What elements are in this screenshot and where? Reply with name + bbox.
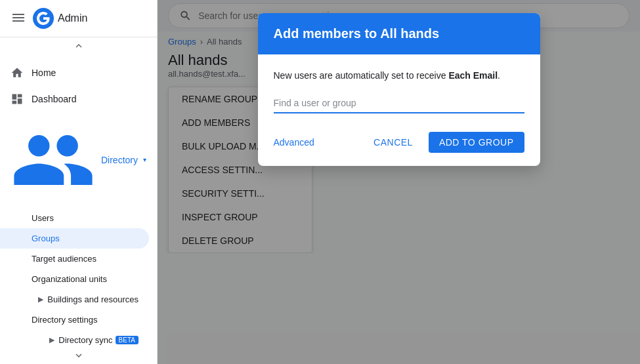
advanced-button[interactable]: Advanced (274, 132, 314, 153)
modal-title-group: All hands (380, 26, 439, 41)
sidebar-item-dashboard[interactable]: Dashboard (0, 86, 149, 112)
google-icon (33, 8, 54, 29)
find-user-input[interactable] (274, 94, 524, 113)
sidebar-item-org-units-label: Organizational units (32, 274, 107, 284)
add-to-group-button[interactable]: ADD TO GROUP (429, 132, 524, 153)
sidebar-item-dir-sync[interactable]: ▶ Directory sync BETA (0, 330, 149, 347)
app-title: Admin (58, 12, 87, 24)
sidebar-item-users-label: Users (32, 213, 54, 223)
sidebar-item-home[interactable]: Home (0, 60, 149, 86)
sidebar-header: Admin (0, 0, 157, 37)
beta-badge: BETA (116, 336, 139, 344)
sidebar-item-dir-sync-label: Directory sync (58, 335, 112, 345)
scroll-down-icon[interactable] (0, 347, 157, 364)
app-logo: Admin (33, 8, 87, 29)
modal-desc-suffix: . (498, 70, 500, 81)
sidebar: Admin Home Dashboard Directory ▾ Users G… (0, 0, 158, 364)
modal-body: New users are automatically set to recei… (258, 54, 540, 124)
modal-header: Add members to All hands (258, 13, 540, 54)
sidebar-item-org-units[interactable]: Organizational units (0, 269, 149, 289)
sidebar-item-target-audiences-label: Target audiences (32, 254, 96, 264)
hamburger-icon[interactable] (11, 10, 26, 28)
modal-footer: Advanced CANCEL ADD TO GROUP (258, 124, 540, 166)
sidebar-item-dashboard-label: Dashboard (32, 94, 77, 104)
sidebar-item-groups[interactable]: Groups (0, 228, 149, 249)
sidebar-item-groups-label: Groups (32, 233, 60, 243)
sidebar-item-buildings[interactable]: ▶ Buildings and resources (0, 289, 149, 310)
modal: Add members to All hands New users are a… (258, 13, 540, 166)
cancel-button[interactable]: CANCEL (363, 132, 423, 153)
modal-title: Add members to All hands (274, 26, 524, 41)
sidebar-item-users[interactable]: Users (0, 208, 149, 228)
sidebar-item-dir-settings[interactable]: Directory settings (0, 310, 149, 330)
sidebar-item-buildings-label: Buildings and resources (47, 294, 139, 304)
modal-desc-prefix: New users are automatically set to recei… (274, 70, 449, 81)
scroll-up-icon[interactable] (0, 37, 157, 54)
modal-description: New users are automatically set to recei… (274, 70, 524, 81)
sidebar-nav: Home Dashboard Directory ▾ Users Groups … (0, 54, 157, 347)
sidebar-item-home-label: Home (32, 68, 56, 78)
modal-title-prefix: Add members to (274, 26, 381, 41)
sidebar-item-target-audiences[interactable]: Target audiences (0, 249, 149, 269)
sidebar-item-dir-settings-label: Directory settings (32, 315, 97, 325)
sidebar-item-directory[interactable]: Directory ▾ (0, 112, 157, 208)
modal-desc-highlight: Each Email (448, 70, 498, 81)
main-content: Groups › All hands All hands all.hands@t… (158, 0, 640, 364)
modal-overlay: Add members to All hands New users are a… (158, 0, 640, 364)
modal-footer-actions: CANCEL ADD TO GROUP (363, 132, 524, 153)
sidebar-item-directory-label: Directory (101, 155, 138, 165)
